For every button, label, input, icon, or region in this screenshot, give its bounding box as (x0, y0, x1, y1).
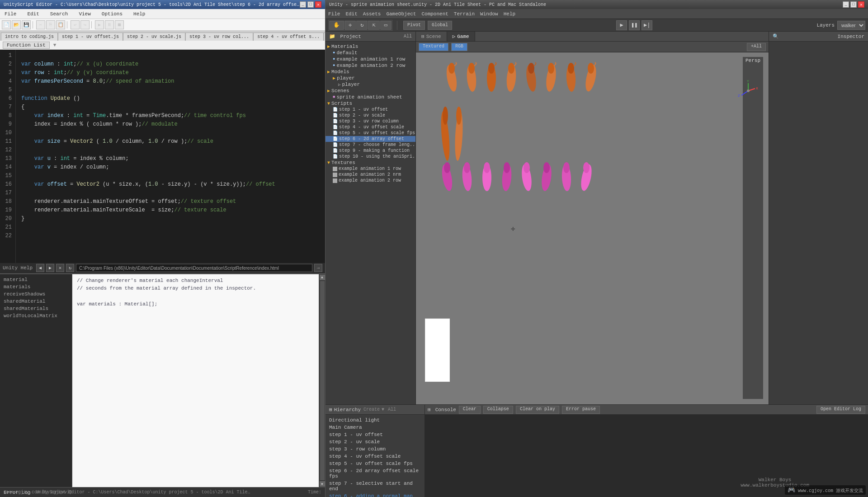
toolbar-debug[interactable]: ⏸ (105, 20, 114, 29)
tool-hand[interactable]: ✋ (329, 21, 344, 30)
menu-edit[interactable]: Edit (24, 10, 42, 18)
scroll-up[interactable]: ▲ (320, 275, 325, 280)
close-button[interactable]: ✕ (315, 1, 321, 8)
minimize-button[interactable]: _ (300, 1, 306, 8)
menu-help[interactable]: Help (131, 10, 148, 18)
help-item-sharedMaterials[interactable]: sharedMaterials (2, 305, 70, 312)
hierarchy-step6a[interactable]: step 6 - 2d array offset scale fps (327, 467, 423, 480)
code-area[interactable]: 123456 789101112 131415161718 19202122 v… (0, 50, 325, 263)
tree-script-step4[interactable]: 📄step 4 - uv offset scale (326, 124, 415, 130)
tree-anim1row[interactable]: ●example animation 1 row (326, 56, 415, 62)
view-textured[interactable]: Textured (419, 43, 448, 51)
toolbar-new[interactable]: 📄 (2, 20, 11, 29)
help-forward[interactable]: ▶ (46, 264, 54, 272)
toolbar-cut[interactable]: ✂ (36, 20, 45, 29)
layers-dropdown[interactable]: walker (837, 21, 865, 30)
unity-menu-gameobject[interactable]: GameObject (386, 11, 416, 17)
pause-button[interactable]: ❚❚ (629, 20, 640, 30)
help-stop[interactable]: ✕ (56, 264, 64, 272)
unity-menu-file[interactable]: File (328, 11, 340, 17)
unity-menu-component[interactable]: Component (421, 11, 448, 17)
tree-player-folder[interactable]: ▶player (326, 75, 415, 81)
scene-view[interactable]: Persp X Y Z (416, 52, 769, 404)
console-errorpause[interactable]: Error pause (562, 406, 600, 414)
console-openlog[interactable]: Open Editor Log (816, 406, 865, 414)
tool-scale[interactable]: ⇱ (368, 21, 379, 30)
hierarchy-dir-light[interactable]: Directional light (327, 417, 423, 424)
menu-options[interactable]: Options (99, 10, 125, 18)
tree-materials-folder[interactable]: ▶Materials (326, 43, 415, 50)
unity-menu-assets[interactable]: Assets (363, 11, 381, 17)
console-collapse[interactable]: Collapse (483, 406, 513, 414)
hierarchy-main-cam[interactable]: Main Camera (327, 424, 423, 431)
menu-view[interactable]: View (76, 10, 93, 18)
unity-minimize[interactable]: _ (843, 1, 849, 8)
tree-script-step1[interactable]: 📄step 1 - uv offset (326, 107, 415, 113)
hierarchy-step4[interactable]: step 4 - uv offset scale (327, 453, 423, 460)
hierarchy-step7[interactable]: step 7 - selective start and end (327, 480, 423, 492)
hierarchy-step3[interactable]: step 3 - row column (327, 445, 423, 453)
tab-step1[interactable]: step 1 - uv offset.js (58, 33, 123, 41)
toolbar-run[interactable]: ▶ (95, 20, 104, 29)
unity-menu-terrain[interactable]: Terrain (454, 11, 475, 17)
help-item-material[interactable]: material (2, 276, 70, 283)
help-item-receiveShadows[interactable]: receiveShadows (2, 291, 70, 298)
maximize-button[interactable]: □ (307, 1, 314, 8)
toolbar-stop[interactable]: ⏹ (115, 20, 124, 29)
tool-rotate[interactable]: ↻ (356, 21, 368, 30)
tree-script-step7[interactable]: 📄step 7 - choose frame leng... (326, 142, 415, 148)
tool-rect[interactable]: ▭ (380, 21, 392, 30)
tree-default[interactable]: ●default (326, 50, 415, 56)
toolbar-copy[interactable]: ⎘ (46, 20, 55, 29)
tree-script-step9[interactable]: 📄step 9 - making a function (326, 148, 415, 154)
tab-step5[interactable]: step 5 - uv offset scal... (324, 33, 325, 41)
help-go[interactable]: → (314, 264, 322, 272)
hierarchy-step5[interactable]: step 5 - uv offset scale fps (327, 460, 423, 467)
help-url-input[interactable] (76, 264, 312, 272)
tab-step2[interactable]: step 2 - uv scale.js (123, 33, 185, 41)
code-content[interactable]: var column : int;// x (u) coordinate var… (16, 50, 325, 263)
hierarchy-step2[interactable]: step 2 - uv scale (327, 438, 423, 445)
tree-script-step6[interactable]: 📄step 6 - 2d array offset (326, 136, 415, 142)
toolbar-paste[interactable]: 📋 (56, 20, 65, 29)
tab-step4[interactable]: step 4 - uv offset s... (253, 33, 324, 41)
view-rgb[interactable]: RGB (451, 43, 467, 51)
step-button[interactable]: ▶| (642, 20, 652, 30)
tree-player-mesh[interactable]: ▷player (326, 81, 415, 88)
unity-menu-help[interactable]: Help (504, 11, 515, 17)
menu-file[interactable]: File (2, 10, 19, 18)
tree-tex-anim2row[interactable]: example animation 2 row (326, 178, 415, 183)
unity-maximize[interactable]: □ (850, 1, 857, 8)
help-item-sharedMaterial[interactable]: sharedMaterial (2, 298, 70, 305)
hierarchy-step6b[interactable]: step 6 - adding a normal map (327, 492, 423, 497)
scroll-down[interactable]: ▼ (320, 481, 325, 487)
console-clearplay[interactable]: Clear on play (516, 406, 559, 414)
global-toggle[interactable]: Global (428, 21, 452, 30)
tool-move[interactable]: ✛ (344, 21, 356, 30)
toolbar-redo[interactable]: ↪ (80, 20, 90, 29)
tree-scenes-folder[interactable]: ▶Scenes (326, 88, 415, 94)
tree-scripts-folder[interactable]: ▼Scripts (326, 100, 415, 107)
help-back[interactable]: ◀ (36, 264, 44, 272)
hierarchy-step1[interactable]: step 1 - uv offset (327, 431, 423, 438)
tab-scene[interactable]: ⊞Scene (416, 32, 447, 41)
tree-script-step10[interactable]: 📄step 10 - using the aniSpri... (326, 154, 415, 159)
toolbar-open[interactable]: 📂 (12, 20, 21, 29)
tab-intro[interactable]: intro to coding.js (1, 33, 58, 41)
tree-anim2row[interactable]: ●example animation 2 row (326, 62, 415, 69)
tab-game[interactable]: ▷Game (447, 32, 475, 41)
console-clear[interactable]: Clear (459, 406, 481, 414)
tree-scene[interactable]: ■sprite animation sheet (326, 94, 415, 100)
toolbar-undo[interactable]: ↩ (71, 20, 80, 29)
tree-script-step5[interactable]: 📄step 5 - uv offset scale fps (326, 130, 415, 136)
view-all[interactable]: +All (747, 43, 766, 51)
tree-script-step2[interactable]: 📄step 2 - uv scale (326, 113, 415, 118)
pivot-toggle[interactable]: Pivot (403, 21, 425, 30)
unity-close[interactable]: ✕ (858, 1, 864, 8)
help-refresh[interactable]: ↻ (66, 264, 74, 272)
menu-search[interactable]: Search (47, 10, 71, 18)
hierarchy-create[interactable]: Create (363, 407, 380, 412)
toolbar-save[interactable]: 💾 (22, 20, 31, 29)
tree-tex-anim1[interactable]: example animation 1 row (326, 166, 415, 172)
play-button[interactable]: ▶ (616, 20, 627, 30)
